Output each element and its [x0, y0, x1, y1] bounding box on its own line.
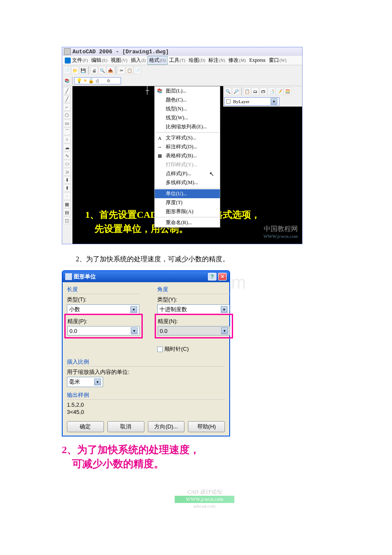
point-tool-icon[interactable]: · [63, 192, 71, 200]
angle-type-combo[interactable]: 十进制度数 ▼ [157, 304, 230, 315]
designcenter-icon[interactable]: 🗂 [251, 87, 259, 95]
tablestyle-icon: ▦ [156, 153, 163, 159]
menu-window[interactable]: 窗口(W) [267, 56, 288, 65]
publish-icon[interactable]: 📤 [107, 66, 114, 74]
menu-thickness[interactable]: 厚度(T) [155, 198, 220, 207]
arc-tool-icon[interactable]: ⌒ [63, 127, 71, 135]
zoom-window-icon[interactable]: 🔍 [224, 87, 232, 95]
help-button[interactable]: ? [208, 273, 216, 280]
new-file-icon[interactable]: 📄 [63, 66, 71, 74]
menu-view[interactable]: 视图(V) [109, 56, 129, 65]
menu-scalelist[interactable]: 比例缩放列表(E)... [155, 122, 220, 131]
angle-type-label: 类型(Y): [157, 296, 231, 304]
hatch-tool-icon[interactable]: ▦ [63, 200, 71, 208]
menu-dimstyle[interactable]: ↔标注样式(D)... [155, 142, 220, 151]
ellipse-arc-tool-icon[interactable]: ⊃ [63, 168, 71, 176]
direction-button[interactable]: 方向(D)... [148, 421, 185, 432]
make-block-icon[interactable]: ⬆ [63, 184, 71, 192]
menu-tools[interactable]: 工具(T) [167, 56, 187, 65]
print-icon[interactable]: 🖨 [90, 66, 98, 74]
rectangle-tool-icon[interactable]: ▭ [63, 119, 71, 127]
zoom-realtime-icon[interactable]: 🔎 [232, 87, 240, 95]
sheetset-icon[interactable]: 📑 [268, 87, 275, 95]
menu-rename[interactable]: 重命名(R)... [155, 218, 220, 227]
units-dialog: 图形单位 ? × 长度 类型(T): 小数 ▼ 精度(P) [62, 270, 230, 436]
menu-express[interactable]: Express [248, 56, 267, 65]
angle-precision-label: 精度(N): [158, 318, 230, 325]
menu-insert[interactable]: 插入(I) [129, 56, 147, 65]
menu-format[interactable]: 格式(O) [147, 56, 167, 65]
menu-draw[interactable]: 绘图(D) [187, 56, 207, 65]
preview-icon[interactable]: 🔍 [98, 66, 106, 74]
polyline-tool-icon[interactable]: ⌐ [63, 103, 71, 111]
autocad-menubar[interactable]: 文件(F) 编辑(E) 视图(V) 插入(I) 格式(O) 工具(T) 绘图(D… [62, 56, 302, 65]
insert-scale-combo[interactable]: 毫米 ▼ [67, 377, 103, 387]
spline-tool-icon[interactable]: ∿ [63, 152, 71, 159]
layer-manager-icon[interactable]: 📚 [63, 77, 71, 84]
cancel-button[interactable]: 取消 [107, 421, 144, 432]
chevron-down-icon[interactable]: ▼ [94, 379, 101, 385]
autocad-title: AutoCAD 2006 - [Drawing1.dwg] [72, 49, 169, 55]
save-icon[interactable]: 💾 [79, 66, 87, 74]
chevron-down-icon[interactable]: ▼ [130, 306, 137, 313]
help-button[interactable]: 帮助(H) [188, 421, 225, 432]
menu-edit[interactable]: 编辑(E) [89, 56, 109, 65]
menu-linetype[interactable]: 线型(N)... [155, 104, 220, 113]
menu-drawinglimits[interactable]: 图形界限(A) [155, 207, 220, 216]
ellipse-tool-icon[interactable]: ⬭ [63, 160, 71, 168]
menu-layer[interactable]: 📚图层(L)... [155, 87, 220, 95]
layer-combo[interactable]: 💡☀🔓🖨 0 [74, 77, 121, 84]
length-precision-highlight: 精度(P): 0.0 ▼ [64, 314, 143, 338]
circle-tool-icon[interactable]: ○ [63, 136, 71, 143]
length-type-combo[interactable]: 小数 ▼ [67, 304, 139, 315]
open-file-icon[interactable]: 📁 [71, 66, 79, 74]
menu-plotstyle: 打印样式(Y)... [155, 160, 220, 169]
help-badge-icon [65, 58, 71, 64]
autocad-canvas[interactable]: 🔍 🔎 📋 🗂 🗃 📑 📝 🧮 ByLayer [72, 86, 302, 244]
menu-dimension[interactable]: 标注(N) [207, 56, 227, 65]
polygon-tool-icon[interactable]: ⬠ [63, 111, 71, 119]
autocad-titlebar: AutoCAD 2006 - [Drawing1.dwg] [62, 47, 302, 56]
copy-icon[interactable]: 📋 [126, 66, 133, 74]
length-type-label: 类型(T): [67, 296, 140, 304]
xline-tool-icon[interactable]: ╱ [63, 95, 71, 103]
calc-icon[interactable]: 🧮 [284, 87, 291, 95]
angle-precision-combo[interactable]: 0.0 ▼ [158, 326, 230, 335]
menu-mlinestyle[interactable]: 多线样式(M)... [155, 178, 220, 187]
gradient-tool-icon[interactable]: ▤ [63, 208, 71, 216]
format-dropdown-menu: 📚图层(L)... 颜色(C)... 线型(N)... 线宽(W)... 比例缩… [154, 86, 220, 228]
chevron-down-icon[interactable]: ▼ [271, 98, 277, 105]
bylayer-combo[interactable]: ByLayer ▼ [224, 97, 280, 106]
menu-file[interactable]: 文件(F) [63, 56, 89, 65]
cut-icon[interactable]: ✂ [118, 66, 125, 74]
menu-modify[interactable]: 修改(M) [227, 56, 248, 65]
length-section: 长度 类型(T): 小数 ▼ 精度(P): 0.0 ▼ [67, 286, 140, 353]
line-tool-icon[interactable]: ╱ [63, 87, 71, 95]
menu-units[interactable]: 单位(U)... [155, 189, 220, 198]
output-sample: 1.5,2,0 3<45,0 [67, 402, 225, 416]
insert-block-icon[interactable]: ⬇ [63, 176, 71, 184]
units-dialog-icon [65, 273, 72, 280]
ok-button[interactable]: 确定 [67, 421, 104, 432]
autocad-window: AutoCAD 2006 - [Drawing1.dwg] 文件(F) 编辑(E… [62, 47, 303, 244]
properties-icon[interactable]: 📋 [243, 87, 251, 95]
units-titlebar: 图形单位 ? × [63, 271, 229, 282]
menu-tablestyle[interactable]: ▦表格样式(B)... [155, 151, 220, 160]
region-tool-icon[interactable]: ◫ [63, 217, 71, 224]
length-precision-combo[interactable]: 0.0 ▼ [67, 326, 140, 335]
chevron-down-icon[interactable]: ▼ [221, 306, 228, 313]
paste-icon[interactable]: 📄 [134, 66, 141, 74]
chevron-down-icon[interactable]: ▼ [131, 327, 138, 334]
menu-textstyle[interactable]: A文字样式(S)... [155, 133, 220, 142]
revcloud-tool-icon[interactable]: ☁ [63, 144, 71, 151]
chevron-down-icon[interactable]: ▼ [221, 327, 228, 334]
output-header: 输出样例 [67, 391, 225, 400]
autocad-body: ╱ ╱ ⌐ ⬠ ▭ ⌒ ○ ☁ ∿ ⬭ ⊃ ⬇ ⬆ · ▦ ▤ ◫ [62, 86, 302, 244]
menu-color[interactable]: 颜色(C)... [155, 95, 220, 104]
toolpalettes-icon[interactable]: 🗃 [259, 87, 267, 95]
markup-icon[interactable]: 📝 [276, 87, 283, 95]
clockwise-checkbox[interactable] [157, 347, 163, 352]
close-button[interactable]: × [218, 273, 227, 280]
menu-lineweight[interactable]: 线宽(W)... [155, 113, 220, 122]
units-title: 图形单位 [74, 273, 96, 280]
